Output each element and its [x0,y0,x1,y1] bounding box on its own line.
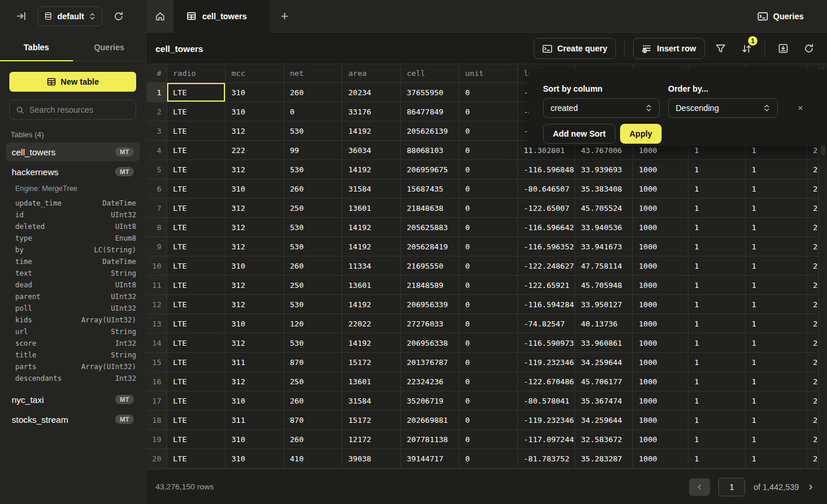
data-cell[interactable]: 1 [688,295,746,314]
data-cell[interactable]: 1 [688,391,746,411]
add-new-sort-button[interactable]: Add new Sort [543,124,615,144]
data-cell[interactable]: 1 [746,237,807,256]
data-cell[interactable]: 1 [746,430,807,449]
data-cell[interactable]: 35.283287 [575,449,633,468]
data-cell[interactable]: 1000 [633,237,688,256]
data-cell[interactable]: 1000 [633,411,688,430]
page-number-input[interactable] [718,478,745,496]
data-cell[interactable]: 0 [459,295,518,314]
data-cell[interactable]: 31584 [342,391,401,411]
data-cell[interactable]: 14192 [342,121,401,141]
data-cell[interactable]: -117.097244 [518,430,575,449]
data-cell[interactable]: 530 [284,237,342,256]
column-header-mcc[interactable]: mcc [226,64,284,83]
data-cell[interactable]: 311 [226,353,284,372]
data-cell[interactable]: 33176 [342,102,401,121]
data-cell[interactable]: 31584 [342,179,401,199]
column-header-row-number[interactable]: # [147,64,167,83]
data-cell[interactable]: 0 [459,237,518,256]
queries-button[interactable]: Queries [757,12,827,21]
data-cell[interactable]: 0 [459,430,518,449]
data-cell[interactable]: LTE [167,276,226,295]
data-cell[interactable]: -80.646507 [518,179,575,199]
data-cell[interactable]: 21848589 [401,276,459,295]
refresh-table-button[interactable] [799,39,819,58]
data-cell[interactable]: 312 [226,276,284,295]
data-cell[interactable]: 1 [746,218,807,237]
data-cell[interactable]: 33.939693 [575,160,633,179]
data-cell[interactable]: 45.706177 [575,372,633,391]
data-cell[interactable]: 0 [459,179,518,199]
data-cell[interactable]: 310 [226,256,284,276]
data-cell[interactable]: 2 [807,218,819,237]
data-cell[interactable]: 1 [688,430,746,449]
data-cell[interactable]: 312 [226,372,284,391]
data-cell[interactable]: 260 [284,430,342,449]
data-cell[interactable]: 2 [807,411,819,430]
data-cell[interactable]: -116.590973 [518,333,575,353]
data-cell[interactable]: 0 [459,372,518,391]
data-cell[interactable]: 530 [284,295,342,314]
data-cell[interactable]: 1 [746,160,807,179]
data-cell[interactable]: -122.65007 [518,199,575,218]
data-cell[interactable]: 0 [459,449,518,468]
data-cell[interactable]: 2 [807,449,819,468]
data-cell[interactable]: 33.941673 [575,237,633,256]
sidebar-table-nyc_taxi[interactable]: nyc_taxiMT [6,390,140,409]
data-cell[interactable]: 1 [688,314,746,333]
data-cell[interactable]: 2 [807,295,819,314]
insert-row-button[interactable]: Insert row [633,38,705,59]
data-cell[interactable]: LTE [167,218,226,237]
sidebar-tab-tables[interactable]: Tables [0,33,73,61]
data-cell[interactable]: 1000 [633,295,688,314]
data-cell[interactable]: 0 [459,83,518,102]
data-cell[interactable]: 14192 [342,160,401,179]
data-cell[interactable]: -81.783752 [518,449,575,468]
data-cell[interactable]: 1 [746,199,807,218]
data-cell[interactable]: 45.705524 [575,199,633,218]
data-cell[interactable]: 0 [459,411,518,430]
data-cell[interactable]: 33.960861 [575,333,633,353]
data-cell[interactable]: -116.594284 [518,295,575,314]
data-cell[interactable]: 37655950 [401,83,459,102]
data-cell[interactable]: 1 [688,411,746,430]
data-cell[interactable]: 88068103 [401,141,459,160]
data-cell[interactable]: 1000 [633,333,688,353]
data-cell[interactable]: 47.758114 [575,256,633,276]
apply-sort-button[interactable]: Apply [620,124,662,144]
data-cell[interactable]: LTE [167,391,226,411]
data-cell[interactable]: 27276033 [401,314,459,333]
data-cell[interactable]: 11334 [342,256,401,276]
data-cell[interactable]: 2 [807,199,819,218]
data-cell[interactable]: LTE [167,199,226,218]
data-cell[interactable]: LTE [167,256,226,276]
data-cell[interactable]: -74.82547 [518,314,575,333]
previous-page-button[interactable] [689,478,710,496]
data-cell[interactable]: LTE [167,83,226,102]
data-cell[interactable]: 530 [284,160,342,179]
sidebar-table-stocks_stream[interactable]: stocks_streamMT [6,410,140,429]
data-cell[interactable]: LTE [167,179,226,199]
data-cell[interactable]: 0 [459,121,518,141]
data-cell[interactable]: 312 [226,237,284,256]
data-cell[interactable]: 0 [459,276,518,295]
refresh-database-icon[interactable] [110,8,127,25]
data-cell[interactable]: -116.596352 [518,237,575,256]
data-cell[interactable]: 20234 [342,83,401,102]
data-cell[interactable]: 310 [226,179,284,199]
order-select[interactable]: Descending [668,98,778,118]
data-cell[interactable]: 310 [226,391,284,411]
data-cell[interactable]: 0 [459,333,518,353]
data-cell[interactable]: 530 [284,121,342,141]
data-cell[interactable]: 312 [226,121,284,141]
data-cell[interactable]: 1 [688,218,746,237]
data-cell[interactable]: LTE [167,141,226,160]
data-cell[interactable]: 312 [226,160,284,179]
data-cell[interactable]: 205628419 [401,237,459,256]
data-cell[interactable]: 1000 [633,276,688,295]
data-cell[interactable]: -116.596642 [518,218,575,237]
data-cell[interactable]: 0 [459,199,518,218]
data-cell[interactable]: 1000 [633,430,688,449]
sidebar-table-hackernews[interactable]: hackernewsMT [6,162,140,181]
data-cell[interactable]: 12172 [342,430,401,449]
